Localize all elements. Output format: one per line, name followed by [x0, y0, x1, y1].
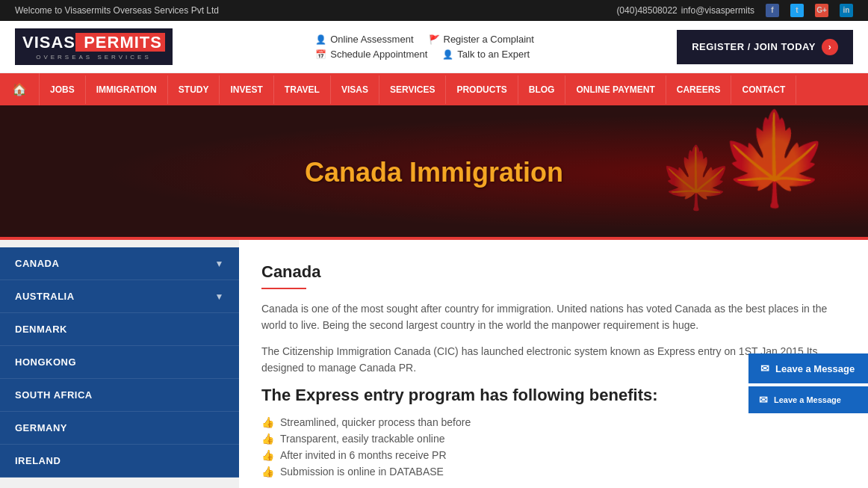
nav-online-payment[interactable]: ONLINE PAYMENT [565, 75, 666, 104]
sidebar-hongkong-label: HONGKONG [15, 356, 76, 368]
sidebar-germany-label: GERMANY [15, 422, 67, 433]
nav-contact[interactable]: CONTACT [731, 75, 796, 104]
facebook-icon[interactable]: f [766, 4, 779, 17]
article-para1: Canada is one of the most sought after c… [261, 300, 846, 334]
list-item: 👍 Transparent, easily trackable online [261, 433, 846, 445]
header: VISAS PERMITS OVERSEAS SERVICES 👤 Online… [0, 21, 868, 73]
nav-blog[interactable]: BLOG [518, 75, 566, 104]
person-icon: 👤 [315, 34, 326, 45]
envelope-icon-1: ✉ [760, 362, 769, 374]
leave-msg-label-1: Leave a Message [775, 363, 855, 374]
nav-products[interactable]: PRODUCTS [446, 75, 518, 104]
list-item: 👍 Streamlined, quicker process than befo… [261, 416, 846, 428]
register-complaint-link[interactable]: 🚩 Register a Complaint [429, 34, 534, 45]
title-underline [261, 288, 306, 289]
nav-immigration[interactable]: IMMIGRATION [86, 75, 168, 104]
phone-number: (040)48508022 [616, 5, 677, 16]
nav-home[interactable]: 🏠 [0, 73, 40, 105]
twitter-icon[interactable]: t [790, 4, 804, 17]
logo-box: VISAS PERMITS OVERSEAS SERVICES [15, 28, 173, 65]
logo-area: VISAS PERMITS OVERSEAS SERVICES [15, 28, 173, 65]
hero-banner: 🍁 🍁 Canada Immigration [0, 105, 868, 240]
sidebar-australia-label: AUSTRALIA [15, 291, 75, 302]
benefits-list: 👍 Streamlined, quicker process than befo… [261, 416, 846, 478]
envelope-icon-2: ✉ [759, 394, 768, 406]
article-title: Canada [261, 262, 846, 282]
sidebar-southafrica-label: SOUTH AFRICA [15, 389, 93, 401]
nav-travel[interactable]: TRAVEL [274, 75, 331, 104]
googleplus-icon[interactable]: G+ [815, 4, 828, 17]
sidebar-item-ireland[interactable]: IRELAND [0, 445, 239, 478]
header-links-row2: 📅 Schedule Appointment 👤 Talk to an Expe… [315, 49, 534, 60]
sidebar-item-denmark[interactable]: DENMARK [0, 313, 239, 346]
logo-brand: VISAS PERMITS [22, 33, 165, 52]
leave-message-button-2[interactable]: ✉ Leave a Message [748, 386, 868, 413]
thumbsup-icon-4: 👍 [261, 466, 274, 478]
header-links: 👤 Online Assessment 🚩 Register a Complai… [315, 34, 534, 60]
online-assessment-link[interactable]: 👤 Online Assessment [315, 34, 413, 45]
thumbsup-icon-1: 👍 [261, 416, 274, 428]
list-item: 👍 Submission is online in DATABASE [261, 466, 846, 478]
benefit-1: Streamlined, quicker process than before [280, 416, 471, 428]
sidebar-canada-label: CANADA [15, 258, 59, 269]
list-item: 👍 After invited in 6 months receive PR [261, 449, 846, 461]
leave-msg-label-2: Leave a Message [774, 395, 841, 404]
linkedin-icon[interactable]: in [840, 4, 853, 17]
nav-visas[interactable]: VISAS [331, 75, 379, 104]
nav-careers[interactable]: CAREERS [666, 75, 732, 104]
header-links-row1: 👤 Online Assessment 🚩 Register a Complai… [315, 34, 534, 45]
sidebar-item-hongkong[interactable]: HONGKONG [0, 346, 239, 379]
thumbsup-icon-2: 👍 [261, 433, 274, 445]
talk-expert-link[interactable]: 👤 Talk to an Expert [442, 49, 530, 60]
top-bar-right: (040)48508022 info@visaspermits f t G+ i… [616, 4, 853, 17]
thumbsup-icon-3: 👍 [261, 449, 274, 461]
benefit-3: After invited in 6 months receive PR [280, 449, 447, 461]
calendar-icon: 📅 [315, 49, 326, 60]
sidebar-item-canada[interactable]: CANADA ▼ [0, 247, 239, 280]
chevron-down-icon-2: ▼ [215, 291, 224, 302]
sidebar-item-germany[interactable]: GERMANY [0, 412, 239, 445]
main-nav: 🏠 JOBS IMMIGRATION STUDY INVEST TRAVEL V… [0, 73, 868, 105]
email-address: info@visaspermits [681, 5, 754, 16]
nav-invest[interactable]: INVEST [220, 75, 273, 104]
register-btn-label: REGISTER / JOIN TODAY [692, 41, 816, 52]
benefit-4: Submission is online in DATABASE [280, 466, 444, 478]
hero-title: Canada Immigration [305, 157, 563, 188]
expert-icon: 👤 [442, 49, 453, 60]
nav-jobs[interactable]: JOBS [40, 75, 86, 104]
schedule-appointment-link[interactable]: 📅 Schedule Appointment [315, 49, 427, 60]
logo-sub: OVERSEAS SERVICES [36, 54, 152, 61]
hero-bottom-bar [0, 237, 868, 240]
sidebar-item-south-africa[interactable]: SOUTH AFRICA [0, 379, 239, 412]
register-join-button[interactable]: REGISTER / JOIN TODAY › [677, 30, 853, 64]
floating-buttons: ✉ Leave a Message ✉ Leave a Message [748, 353, 868, 413]
sidebar-item-australia[interactable]: AUSTRALIA ▼ [0, 280, 239, 313]
welcome-text: Welcome to Visasermits Overseas Services… [15, 5, 219, 16]
leave-message-button-1[interactable]: ✉ Leave a Message [748, 353, 868, 383]
nav-study[interactable]: STUDY [168, 75, 220, 104]
sidebar-ireland-label: IRELAND [15, 455, 61, 466]
benefit-2: Transparent, easily trackable online [280, 433, 445, 445]
sidebar-denmark-label: DENMARK [15, 324, 67, 335]
chevron-down-icon: ▼ [215, 259, 224, 269]
nav-services[interactable]: SERVICES [379, 75, 446, 104]
top-bar: Welcome to Visasermits Overseas Services… [0, 0, 868, 21]
register-arrow-icon: › [822, 39, 838, 55]
complaint-icon: 🚩 [429, 34, 440, 45]
sidebar: CANADA ▼ AUSTRALIA ▼ DENMARK HONGKONG SO… [0, 240, 239, 488]
main-content: CANADA ▼ AUSTRALIA ▼ DENMARK HONGKONG SO… [0, 240, 868, 488]
